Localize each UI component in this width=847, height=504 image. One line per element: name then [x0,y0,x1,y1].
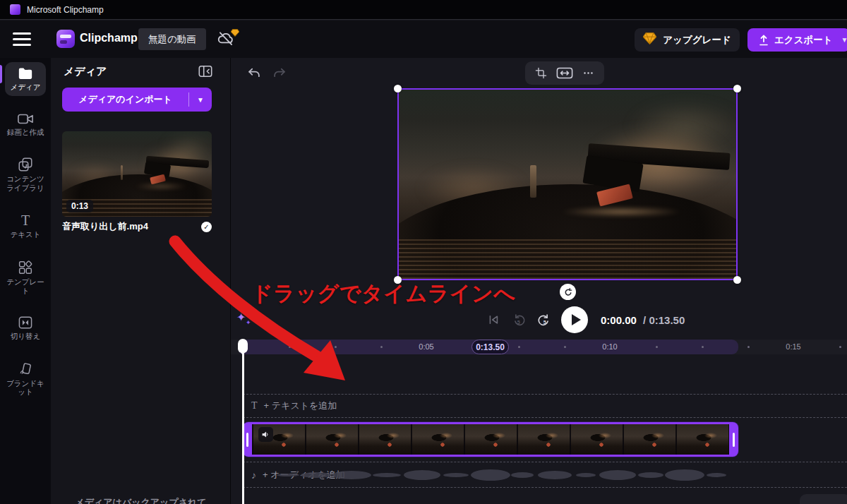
crop-icon[interactable] [535,67,547,79]
project-title: 無題の動画 [148,33,196,46]
text-icon: T [3,213,48,227]
total-time: / 0:13.50 [643,314,685,326]
sidebar-item-text[interactable]: T テキスト [3,208,48,244]
playback-controls: 5 5 0:00.00 / 0:13.50 [485,306,685,333]
add-text-label: + テキストを追加 [264,400,337,412]
sidebar-item-record-create[interactable]: 録画と作成 [3,108,48,141]
time-display: 0:00.00 / 0:13.50 [601,314,685,326]
brand-kit-icon [3,362,48,376]
timeline-ruler[interactable]: 0:05 0:10 0:15 0:13.50 [231,340,847,354]
speaker-icon[interactable] [258,427,273,442]
skip-to-start-icon[interactable] [485,311,502,328]
play-button[interactable] [561,306,588,333]
export-button[interactable]: エクスポート ▼ [747,28,847,52]
clipchamp-app: Microsoft Clipchamp Clipchamp 無題の動画 アップグ… [0,0,847,504]
sidebar-label: コンテンツライブラリ [3,174,48,192]
current-time: 0:00.00 [601,314,637,326]
forward-5-icon[interactable]: 5 [536,311,553,328]
trim-handle-right[interactable] [729,422,738,457]
upgrade-label: アップグレード [663,34,731,47]
collapse-panel-icon[interactable] [198,64,213,79]
export-label: エクスポート [774,34,833,47]
premium-gem-icon [231,27,239,40]
sidebar-label: テンプレート [3,277,48,295]
brand-name: Clipchamp [80,32,138,44]
clip-filmstrip [252,424,729,455]
chevron-down-icon: ▼ [841,36,847,44]
hamburger-menu-icon[interactable] [13,32,31,46]
svg-text:5: 5 [543,319,546,325]
upload-icon [759,35,769,45]
import-media-label: メディアのインポート [62,93,188,106]
content-library-icon [3,157,48,172]
add-audio-label: + オーディオを追加 [263,469,345,481]
playhead-handle[interactable] [238,339,248,353]
resize-handle-bottom-left[interactable] [394,276,402,284]
turntable-video-art [399,90,736,279]
sidebar-label: 切り替え [3,332,48,341]
media-file-row: 音声取り出し前.mp4 ✓ [62,220,212,233]
audio-track-placeholder[interactable]: ♪ + オーディオを追加 [243,462,847,488]
cloud-off-icon[interactable] [217,30,238,49]
video-preview[interactable] [397,88,738,280]
ruler-tick-label: 0:10 [602,342,617,351]
text-track-icon: T [251,400,258,412]
sidebar: メディア 録画と作成 コンテンツライブラリ T テキスト テンプレート [0,58,51,504]
media-panel: メディア メディアのインポート ▼ 0:13 [51,58,231,504]
sidebar-label: 録画と作成 [3,128,48,137]
ai-sparkle-icon[interactable]: ✦✦ [236,311,255,329]
check-icon: ✓ [201,222,212,232]
sidebar-item-content-library[interactable]: コンテンツライブラリ [3,152,48,196]
rotate-handle-icon[interactable] [560,284,576,300]
media-panel-title: メディア [64,65,107,78]
active-accent-bar [0,65,2,83]
template-icon [3,260,48,275]
sidebar-label: メディア [5,83,46,92]
media-filename: 音声取り出し前.mp4 [62,220,201,233]
sidebar-label: テキスト [3,230,48,239]
fit-aspect-icon[interactable] [556,67,573,79]
clip-duration-badge: 0:13.50 [471,340,509,354]
resize-handle-top-right[interactable] [733,85,741,92]
duration-badge: 0:13 [66,200,93,212]
resize-handle-top-left[interactable] [394,85,402,92]
sidebar-item-brand-kit[interactable]: ブランドキット [3,357,48,401]
media-thumbnail[interactable]: 0:13 [62,131,212,217]
window-titlebar: Microsoft Clipchamp [0,0,847,20]
sidebar-label: ブランドキット [3,379,48,397]
undo-icon[interactable] [246,66,262,84]
editor-area: ✦✦ 5 5 0:00.00 / 0:13.50 [231,58,847,504]
more-options-icon[interactable] [582,67,594,79]
camera-icon [3,113,48,125]
upgrade-button[interactable]: アップグレード [635,28,740,52]
sidebar-item-media[interactable]: メディア [5,62,46,96]
timeline-zoom-controls [800,494,847,504]
play-icon [572,314,581,325]
trim-handle-left[interactable] [243,422,252,457]
chevron-down-icon[interactable]: ▼ [189,96,212,104]
project-title-button[interactable]: 無題の動画 [138,28,206,50]
text-track-placeholder[interactable]: T + テキストを追加 [243,394,847,418]
import-media-button[interactable]: メディアのインポート ▼ [62,88,212,112]
ruler-tick-label: 0:15 [786,342,800,351]
clipchamp-app-icon [10,4,20,15]
preview-toolbar [525,61,604,85]
diamond-icon [643,32,656,47]
resize-handle-bottom-right[interactable] [733,276,741,284]
redo-icon[interactable] [272,66,287,84]
timeline-video-clip[interactable] [243,422,738,457]
ruler-tick-label: 0:05 [419,342,433,351]
music-note-icon: ♪ [251,469,256,481]
folder-icon [5,67,46,80]
clipchamp-logo[interactable] [56,30,75,48]
app-header: Clipchamp 無題の動画 アップグレード エク [0,20,847,58]
transition-icon [3,316,48,329]
window-title: Microsoft Clipchamp [27,5,104,15]
backup-note: メディアはバックアップされて [51,496,231,504]
sidebar-item-templates[interactable]: テンプレート [3,256,48,299]
playhead-line [242,340,244,504]
sidebar-item-transitions[interactable]: 切り替え [3,311,48,345]
svg-text:5: 5 [517,319,520,325]
rewind-5-icon[interactable]: 5 [510,311,527,328]
